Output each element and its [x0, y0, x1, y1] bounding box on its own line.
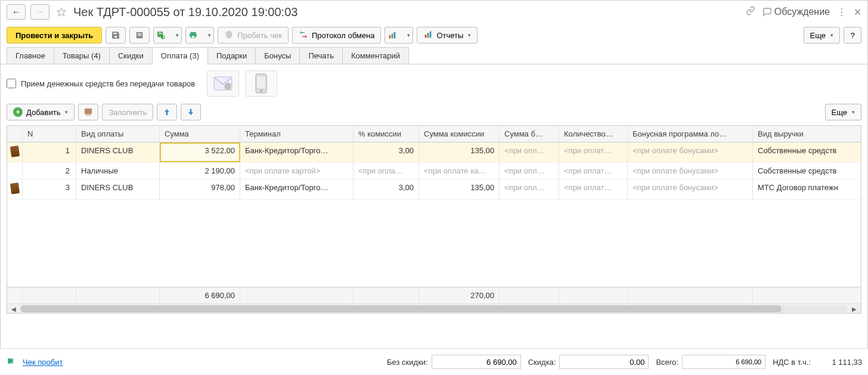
- table-row[interactable]: 3 DINERS CLUB 978,00 Банк-Кредитор/Торго…: [7, 179, 861, 200]
- barcode-scan-button[interactable]: [78, 104, 98, 120]
- no-discount-field[interactable]: [432, 355, 521, 369]
- col-qty[interactable]: Количество…: [559, 126, 628, 142]
- total-comm-sum: 270,00: [419, 287, 500, 303]
- scroll-thumb[interactable]: [20, 305, 782, 312]
- cell-sum[interactable]: 3 522,00: [160, 142, 240, 162]
- discount-field[interactable]: [559, 355, 649, 369]
- punch-check-button[interactable]: Пробить чек: [218, 27, 289, 44]
- cell-qty[interactable]: <при оплат…: [559, 142, 628, 162]
- cell-qty[interactable]: <при оплат…: [559, 163, 628, 179]
- cell-terminal[interactable]: Банк-Кредитор/Торго…: [240, 142, 354, 162]
- cell-comm-sum[interactable]: <при оплате ка…: [419, 163, 500, 179]
- cell-type[interactable]: DINERS CLUB: [76, 179, 160, 199]
- punch-label: Пробить чек: [237, 31, 282, 40]
- cell-type[interactable]: DINERS CLUB: [76, 142, 160, 162]
- cell-comm-sum[interactable]: 135,00: [419, 179, 500, 199]
- cell-bonus[interactable]: <при оплате бонусами>: [628, 142, 753, 162]
- link-icon[interactable]: [746, 6, 755, 18]
- card-type-icon: [7, 179, 23, 199]
- tab-gifts[interactable]: Подарки: [207, 47, 256, 64]
- cell-bonus[interactable]: <при оплате бонусами>: [628, 163, 753, 179]
- check-punched-link[interactable]: Чек пробит: [23, 358, 63, 367]
- cell-comm-pct[interactable]: <при опла…: [354, 163, 419, 179]
- print-button[interactable]: ▾: [185, 27, 214, 44]
- create-based-button[interactable]: ▾: [153, 27, 182, 44]
- cash-without-goods-checkbox[interactable]: [7, 79, 16, 88]
- horizontal-scrollbar[interactable]: ◀ ▶: [7, 303, 861, 313]
- favorite-star-icon[interactable]: [54, 5, 69, 19]
- cell-n[interactable]: 1: [23, 142, 76, 162]
- svg-rect-14: [257, 76, 265, 88]
- forward-button[interactable]: →: [30, 4, 49, 20]
- back-button[interactable]: ←: [7, 4, 26, 20]
- col-revenue[interactable]: Вид выручки: [753, 126, 861, 142]
- cell-revenue[interactable]: Собственные средств: [753, 142, 861, 162]
- vat-label: НДС в т.ч.:: [773, 358, 811, 367]
- svg-rect-5: [392, 33, 393, 38]
- post-close-button[interactable]: Провести и закрыть: [7, 27, 102, 44]
- discussion-icon[interactable]: Обсуждение: [762, 7, 830, 17]
- fill-button[interactable]: Заполнить: [102, 104, 153, 120]
- chevron-down-icon: ▾: [852, 109, 855, 115]
- more-vert-icon[interactable]: ⋮: [837, 7, 847, 18]
- grid-more-button[interactable]: Еще ▾: [825, 104, 861, 120]
- tab-bonuses[interactable]: Бонусы: [255, 47, 300, 64]
- tab-discounts[interactable]: Скидки: [109, 47, 153, 64]
- table-row[interactable]: 2 Наличные 2 190,00 <при оплате картой> …: [7, 163, 861, 179]
- col-sum-b[interactable]: Сумма б…: [500, 126, 559, 142]
- scroll-right-icon[interactable]: ▶: [849, 304, 860, 314]
- reports-button[interactable]: Отчеты ▾: [417, 27, 478, 44]
- col-bonus[interactable]: Бонусная программа ло…: [628, 126, 753, 142]
- grid-more-label: Еще: [832, 108, 847, 117]
- help-button[interactable]: ?: [844, 27, 861, 44]
- cell-qty[interactable]: <при оплат…: [559, 179, 628, 199]
- move-up-button[interactable]: [157, 104, 177, 120]
- cell-terminal[interactable]: Банк-Кредитор/Торго…: [240, 179, 354, 199]
- tab-goods[interactable]: Товары (4): [54, 47, 110, 64]
- table-row[interactable]: 1 DINERS CLUB 3 522,00 Банк-Кредитор/Тор…: [7, 142, 861, 163]
- post-button[interactable]: [129, 27, 150, 44]
- cell-sum[interactable]: 978,00: [160, 179, 240, 199]
- total-field[interactable]: [682, 355, 765, 369]
- email-icon[interactable]: @: [207, 70, 239, 97]
- col-comm-sum[interactable]: Сумма комиссии: [419, 126, 500, 142]
- cell-revenue[interactable]: Собственные средств: [753, 163, 861, 179]
- save-button[interactable]: [106, 27, 126, 44]
- col-comm-pct[interactable]: % комиссии: [354, 126, 419, 142]
- cell-sum[interactable]: 2 190,00: [160, 163, 240, 179]
- card-type-icon: [7, 142, 23, 162]
- svg-rect-6: [394, 32, 396, 39]
- tab-print[interactable]: Печать: [299, 47, 343, 64]
- add-label: Добавить: [26, 108, 60, 117]
- cell-sum-b[interactable]: <при опл…: [500, 142, 559, 162]
- phone-icon[interactable]: [245, 70, 277, 97]
- more-button[interactable]: Еще ▾: [804, 27, 840, 44]
- cell-comm-pct[interactable]: 3,00: [354, 142, 419, 162]
- payment-grid[interactable]: N Вид оплаты Сумма Терминал % комиссии С…: [7, 125, 861, 314]
- cell-n[interactable]: 3: [23, 179, 76, 199]
- move-down-button[interactable]: [181, 104, 201, 120]
- add-row-button[interactable]: + Добавить ▾: [7, 104, 75, 120]
- tab-comment[interactable]: Комментарий: [342, 47, 409, 64]
- cell-comm-sum[interactable]: 135,00: [419, 142, 500, 162]
- cell-type[interactable]: Наличные: [76, 163, 160, 179]
- scroll-left-icon[interactable]: ◀: [8, 304, 19, 314]
- col-sum[interactable]: Сумма: [160, 126, 240, 142]
- cell-revenue[interactable]: МТС Договор платежн: [753, 179, 861, 199]
- close-icon[interactable]: ✕: [854, 7, 861, 18]
- tab-payment[interactable]: Оплата (3): [152, 47, 208, 64]
- cell-bonus[interactable]: <при оплате бонусами>: [628, 179, 753, 199]
- cell-sum-b[interactable]: <при опл…: [500, 179, 559, 199]
- chart-button[interactable]: ▾: [385, 27, 413, 44]
- chevron-down-icon: ▾: [830, 32, 833, 38]
- col-type[interactable]: Вид оплаты: [76, 126, 160, 142]
- exchange-protocol-button[interactable]: Протокол обмена: [292, 27, 382, 44]
- cell-terminal[interactable]: <при оплате картой>: [240, 163, 354, 179]
- col-terminal[interactable]: Терминал: [240, 126, 354, 142]
- goto-icon[interactable]: [6, 357, 16, 368]
- cell-comm-pct[interactable]: 3,00: [354, 179, 419, 199]
- cell-sum-b[interactable]: <при опл…: [500, 163, 559, 179]
- cell-n[interactable]: 2: [23, 163, 76, 179]
- col-n[interactable]: N: [23, 126, 76, 142]
- tab-main[interactable]: Главное: [7, 47, 54, 64]
